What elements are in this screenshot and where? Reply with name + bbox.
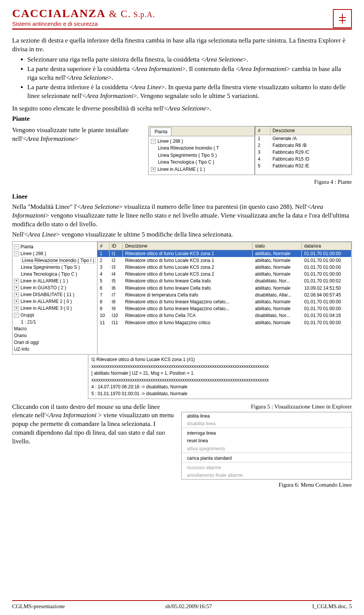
table-row[interactable]: 5I5Rilevatore ottico di fumo lineare Cel… — [97, 278, 351, 284]
expand-icon[interactable]: + — [151, 167, 156, 172]
detail-line: 5 : 01.01.1970 01:00:01 -> disabilitato,… — [91, 390, 348, 397]
tab-pianta[interactable]: Pianta — [150, 128, 171, 136]
linee-p2: Nell'<Area Linee> vengono visualizzate l… — [12, 230, 352, 239]
followup-paragraph: In seguito sono elencate le diverse poss… — [12, 104, 352, 113]
piante-heading: Piante — [12, 115, 352, 123]
expand-icon[interactable]: + — [14, 279, 19, 284]
tree-item[interactable]: 1 : 21/1 — [14, 319, 96, 325]
expand-icon[interactable]: + — [14, 285, 19, 290]
menu-item[interactable]: abilita linea — [182, 412, 351, 420]
table-row[interactable]: 7I7Rilevatore di temperatura Cella trafo… — [97, 292, 351, 298]
bullet-list: Selezionare una riga nella parte sinistr… — [12, 55, 352, 101]
table-row[interactable]: 3Fabbricato R29 /C — [256, 149, 351, 156]
tree-item[interactable]: Linee in ALLARME 3 ( 0 ) — [20, 306, 72, 311]
bullet-2: La parte destra superiore è la cosiddett… — [27, 65, 352, 82]
menu-item[interactable]: interroga linea — [182, 429, 351, 437]
footer-left: CGLMS-presentazione — [12, 603, 65, 610]
tree-item[interactable]: Linea Spegnimento ( Tipo S ) — [14, 264, 96, 271]
detail-sep: xxxxxxxxxxxxxxxxxxxxxxxxxxxxxxxxxxxxxxxx… — [91, 377, 348, 383]
bullet-1: Selezionare una riga nella parte sinistr… — [27, 55, 352, 64]
intro-paragraph: La sezione di destra e quella inferiore … — [12, 36, 352, 54]
menu-item[interactable]: reset linea — [182, 437, 351, 445]
tree-item[interactable]: Linea Tecnologica ( Tipo C ) — [14, 271, 96, 278]
tree-item[interactable]: Linea Spegnimento ( Tipo S ) — [151, 152, 252, 159]
tree-item[interactable]: Macro — [14, 325, 96, 332]
menu-item[interactable]: carica pianta standard — [182, 454, 351, 462]
expand-icon[interactable]: + — [14, 292, 19, 297]
tagline: Sistemi antincendio e di sicurezza — [12, 20, 155, 27]
tree-item[interactable]: Linee ( 288 ) — [20, 251, 46, 256]
collapse-icon[interactable]: − — [14, 313, 19, 318]
collapse-icon[interactable]: − — [14, 244, 19, 249]
detail-sep: xxxxxxxxxxxxxxxxxxxxxxxxxxxxxxxxxxxxxxxx… — [91, 363, 348, 370]
lines-table[interactable]: #IDDescizionestatodata/ora 1I1Rilevatore… — [97, 241, 352, 355]
table-row[interactable]: 1Generale /A — [256, 135, 351, 142]
linee-heading: Linee — [12, 192, 352, 201]
detail-panel: I1 Rilevatore ottico di fumo Locale KCS … — [88, 355, 352, 399]
tree-item[interactable]: Linee DISABILITATE ( 11 ) — [20, 292, 74, 297]
detail-status: [ abilitato Normale ] UZ = 21, Msg = 1, … — [91, 370, 348, 377]
menu-item: riconosci allarme — [182, 464, 351, 472]
page-header: CACCIALANZA & C. S.p.A. Sistemi antincen… — [12, 7, 352, 30]
piante-desc: Vengono visualizzate tutte le piante ins… — [12, 126, 144, 144]
detail-line: 4 : 14.07.1970 06:20:16 -> disabilitato,… — [91, 383, 348, 390]
table-row[interactable]: 2Fabbricato R6 /B — [256, 142, 351, 149]
page-footer: CGLMS-presentazione sh/05.02.2009/16:57 … — [12, 600, 352, 615]
bullet-3: La parte destra inferiore è la cosiddett… — [27, 83, 352, 101]
expand-icon[interactable]: + — [14, 306, 19, 311]
table-row[interactable]: 3I3Rilevatore ottico di fumo Locale KCS … — [97, 264, 351, 271]
table-row-selected[interactable]: 1I1Rilevatore ottico di fumo Locale KCS … — [97, 250, 351, 257]
tree-item[interactable]: Orario — [14, 332, 96, 339]
menu-item: attiva spegnimento — [182, 445, 351, 453]
context-menu[interactable]: abilita lineadisabilita lineainterroga l… — [181, 412, 352, 480]
tree-item[interactable]: Linee in ALLARME ( 1 ) — [157, 167, 205, 172]
col-desc[interactable]: Descizione — [270, 127, 351, 135]
footer-right: I_CGLMS.doc, 5 — [312, 603, 352, 610]
footer-center: sh/05.02.2009/16:57 — [165, 603, 212, 610]
table-row[interactable]: 8I8Rilevatore ottico di fumo lineare Mag… — [97, 298, 351, 305]
detail-title: I1 Rilevatore ottico di fumo Locale KCS … — [91, 356, 348, 363]
tree-item[interactable]: Linee ( 288 ) — [157, 139, 183, 144]
menu-item: annullamento finale allarme — [182, 472, 351, 479]
explorer-tree[interactable]: −Pianta −Linee ( 288 ) Linea Rilevazione… — [12, 241, 97, 355]
company-logo-icon — [333, 9, 352, 28]
table-row[interactable]: 5Fabbricato R32 /E — [256, 162, 351, 169]
linee-p1: Nella "Modalità Linee" l'<Area Selezione… — [12, 203, 352, 229]
tree-item-selected[interactable]: Linea Rilevazione Incendio ( Tipo I ) — [21, 257, 96, 263]
expand-icon[interactable]: + — [14, 299, 19, 304]
collapse-icon[interactable]: − — [14, 251, 19, 256]
tree-item[interactable]: Linee in ALLARME 2 ( 0 ) — [20, 299, 72, 304]
table-row[interactable]: 2I2Rilevatore ottico di fumo Locale KCS … — [97, 257, 351, 264]
table-row[interactable]: 4Fabbricato R15 /D — [256, 156, 351, 162]
tree-item[interactable]: Orari di oggi — [14, 339, 96, 346]
table-panel[interactable]: #Descizione 1Generale /A 2Fabbricato R6 … — [255, 126, 352, 175]
table-row[interactable]: 10I10Rilevatore ottico di fumo Cella 7CA… — [97, 312, 351, 319]
table-row[interactable]: 4I4Rilevatore ottico di fumo Locale KCS … — [97, 271, 351, 278]
table-row[interactable]: 11I11Rilevatore ottico di fumo Magazzino… — [97, 319, 351, 326]
collapse-icon[interactable]: − — [151, 139, 156, 144]
context-menu-paragraph: Cliccando con il tasto destro del mouse … — [12, 403, 175, 446]
tree-item[interactable]: UZ-Info — [14, 346, 96, 353]
tree-item[interactable]: Pianta — [20, 244, 33, 249]
table-row[interactable]: 9I9Rilevatore ottico di fumo lineare Mag… — [97, 305, 351, 312]
tree-item[interactable]: Linea Tecnologica ( Tipo C ) — [151, 159, 252, 166]
tree-item[interactable]: Linea Rilevazione Incendio ( T — [151, 145, 252, 152]
tree-panel[interactable]: Pianta −Linee ( 288 ) Linea Rilevazione … — [148, 126, 255, 175]
tree-item[interactable]: Linee in ALLARME ( 1 ) — [20, 278, 68, 284]
col-num[interactable]: # — [256, 127, 270, 135]
company-name: CACCIALANZA & C. S.p.A. — [12, 7, 155, 20]
table-row[interactable]: 6I6Rilevatore ottico di fumo lineare Cel… — [97, 285, 351, 292]
tree-item[interactable]: Linee in GUASTO ( 2 ) — [20, 285, 66, 290]
menu-item: disabilita linea — [182, 420, 351, 428]
tree-item[interactable]: Gruppi — [20, 312, 34, 318]
figure-4-caption: Figura 4 : Piante — [12, 178, 352, 186]
figure-5-caption: Figura 5 : Visualizzazione Linee in Expl… — [181, 403, 352, 410]
figure-6-caption: Figura 6: Menu Comando Linee — [181, 481, 352, 489]
